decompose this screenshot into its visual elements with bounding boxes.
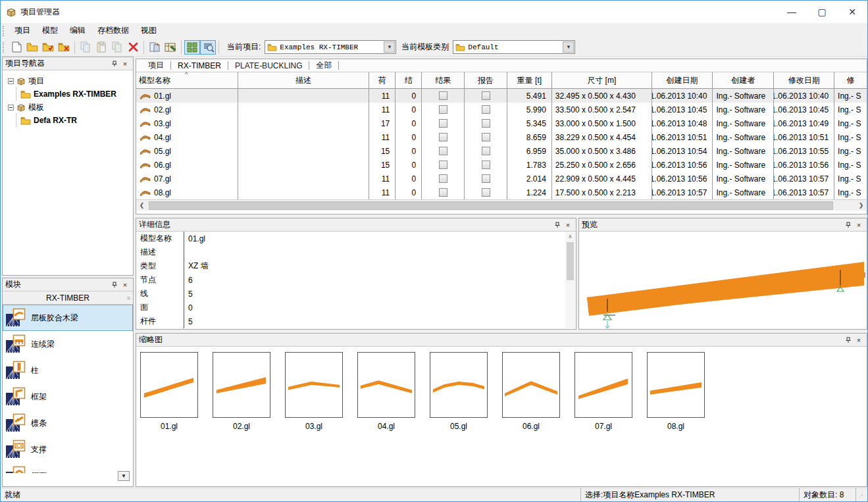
- menu-view[interactable]: 视图: [135, 24, 163, 38]
- thumbnail-item[interactable]: 07.gl: [574, 352, 632, 431]
- column-header-modifier[interactable]: 修: [834, 72, 867, 88]
- column-header-report[interactable]: 报告: [465, 72, 507, 88]
- column-header-name[interactable]: 模型名称 ^: [136, 72, 238, 88]
- duplicate-icon[interactable]: [109, 40, 125, 55]
- pin-icon[interactable]: [552, 220, 563, 230]
- minimize-button[interactable]: —: [777, 1, 807, 23]
- table-row[interactable]: 02.gl 11 0 5.990 33.500 x 0.500 x 2.547 …: [136, 103, 867, 116]
- maximize-button[interactable]: ▢: [807, 1, 837, 23]
- table-row[interactable]: 04.gl 11 0 8.659 38.229 x 0.500 x 4.454 …: [136, 130, 867, 144]
- tab-rx-timber[interactable]: RX-TIMBER: [171, 61, 228, 70]
- results-checkbox[interactable]: [439, 119, 447, 128]
- template-category-combobox[interactable]: Default ▼: [453, 40, 575, 54]
- module-bracing[interactable]: 支撑: [3, 436, 133, 463]
- copy-icon[interactable]: [78, 40, 93, 55]
- delete-icon[interactable]: [125, 40, 141, 55]
- resize-grip[interactable]: [855, 488, 867, 501]
- close-panel-icon[interactable]: ×: [120, 59, 130, 68]
- pin-icon[interactable]: [109, 59, 120, 68]
- collapse-icon[interactable]: [8, 105, 14, 111]
- thumbnail-item[interactable]: 08.gl: [647, 352, 705, 431]
- scroll-left-icon[interactable]: ❮: [136, 200, 147, 211]
- group-options-icon[interactable]: ≡: [127, 295, 130, 301]
- thumbnail-item[interactable]: 04.gl: [357, 352, 415, 431]
- column-header-lc[interactable]: 结: [396, 72, 422, 88]
- results-checkbox[interactable]: [439, 105, 447, 114]
- scroll-up-icon[interactable]: ∧: [569, 234, 573, 239]
- results-checkbox[interactable]: [439, 91, 447, 100]
- report-checkbox[interactable]: [482, 174, 490, 183]
- tree-node-templates[interactable]: 模板: [7, 101, 132, 114]
- table-row[interactable]: 05.gl 15 0 6.959 35.000 x 0.500 x 3.486 …: [136, 144, 867, 158]
- pin-icon[interactable]: [843, 220, 854, 230]
- thumbnail-item[interactable]: 03.gl: [285, 352, 343, 431]
- new-model-icon[interactable]: [9, 40, 24, 55]
- results-checkbox[interactable]: [439, 133, 447, 141]
- column-header-modified[interactable]: 修改日期: [774, 72, 834, 88]
- tab-plate-buckling[interactable]: PLATE-BUCKLING: [228, 61, 309, 70]
- new-project-folder-icon[interactable]: [24, 40, 40, 55]
- modules-group-header[interactable]: RX-TIMBER ≡: [3, 291, 133, 305]
- results-checkbox[interactable]: [439, 188, 447, 197]
- column-header-size[interactable]: 尺寸 [m]: [552, 72, 652, 88]
- table-row[interactable]: 01.gl 11 0 5.491 32.495 x 0.500 x 4.430 …: [136, 89, 867, 103]
- table-row[interactable]: 08.gl 11 0 1.224 17.500 x 0.500 x 2.213 …: [136, 186, 867, 199]
- thumbnail-item[interactable]: 02.gl: [213, 352, 270, 431]
- column-header-results[interactable]: 结果: [422, 72, 465, 88]
- close-panel-icon[interactable]: ×: [120, 280, 130, 289]
- paste-icon[interactable]: [93, 40, 109, 55]
- tree-node-default-template[interactable]: Defa RX-TR: [20, 114, 132, 127]
- report-checkbox[interactable]: [482, 105, 490, 114]
- report-checkbox[interactable]: [482, 133, 490, 141]
- close-panel-icon[interactable]: ×: [854, 336, 864, 345]
- results-checkbox[interactable]: [439, 147, 447, 155]
- menu-project[interactable]: 项目: [9, 24, 36, 38]
- current-project-combobox[interactable]: Examples RX-TIMBER ▼: [265, 40, 396, 54]
- close-panel-icon[interactable]: ×: [563, 220, 573, 230]
- column-header-description[interactable]: 描述: [238, 72, 370, 88]
- report-checkbox[interactable]: [482, 161, 490, 169]
- report-checkbox[interactable]: [482, 147, 490, 155]
- modules-scroll-down-button[interactable]: ▼: [118, 471, 130, 481]
- module-glulam-beam[interactable]: 层板胶合木梁: [3, 305, 133, 331]
- menu-model[interactable]: 模型: [36, 24, 64, 38]
- rename-model-icon[interactable]: [147, 40, 163, 55]
- report-checkbox[interactable]: [482, 91, 490, 100]
- column-header-creator[interactable]: 创建者: [713, 72, 774, 88]
- scroll-right-icon[interactable]: ❯: [855, 200, 867, 211]
- menu-edit[interactable]: 编辑: [64, 24, 91, 38]
- column-header-weight[interactable]: 重量 [t]: [507, 72, 552, 88]
- tree-node-examples-rx-timber[interactable]: Examples RX-TIMBER: [20, 88, 132, 101]
- collapse-icon[interactable]: [8, 78, 14, 84]
- combo-dropdown-icon[interactable]: ▼: [563, 41, 574, 53]
- column-header-loads[interactable]: 荷: [369, 72, 396, 88]
- table-horizontal-scrollbar[interactable]: ❮ ❯: [136, 199, 867, 211]
- view-preview-toggle[interactable]: [200, 40, 216, 55]
- thumbnail-item[interactable]: 01.gl: [140, 352, 198, 431]
- thumbnail-item[interactable]: 06.gl: [502, 352, 560, 431]
- results-checkbox[interactable]: [439, 174, 447, 183]
- column-header-created[interactable]: 创建日期: [652, 72, 713, 88]
- pin-icon[interactable]: [843, 336, 854, 345]
- scrollbar-thumb[interactable]: [567, 242, 574, 280]
- tree-node-projects[interactable]: 项目: [7, 74, 132, 88]
- pin-icon[interactable]: [109, 280, 120, 289]
- menu-archive-data[interactable]: 存档数据: [91, 24, 135, 38]
- table-row[interactable]: 03.gl 17 0 5.345 33.000 x 0.500 x 1.500 …: [136, 116, 867, 130]
- toolbar-drag-handle[interactable]: [3, 42, 6, 53]
- open-project-folder-icon[interactable]: [40, 40, 56, 55]
- report-checkbox[interactable]: [482, 188, 490, 197]
- combo-dropdown-icon[interactable]: ▼: [384, 41, 395, 53]
- manage-folder-icon[interactable]: [56, 40, 72, 55]
- details-vertical-scrollbar[interactable]: ∧: [565, 232, 575, 328]
- close-button[interactable]: ✕: [837, 1, 867, 23]
- results-checkbox[interactable]: [439, 161, 447, 169]
- view-thumbnails-toggle[interactable]: [184, 40, 200, 55]
- tab-all[interactable]: 全部: [309, 60, 338, 71]
- report-checkbox[interactable]: [482, 119, 490, 128]
- table-row[interactable]: 07.gl 11 0 2.014 22.909 x 0.500 x 4.445 …: [136, 172, 867, 186]
- archive-icon[interactable]: [163, 40, 178, 55]
- scrollbar-thumb[interactable]: [149, 201, 833, 210]
- menu-drag-handle[interactable]: [3, 26, 6, 36]
- thumbnail-item[interactable]: 05.gl: [430, 352, 488, 431]
